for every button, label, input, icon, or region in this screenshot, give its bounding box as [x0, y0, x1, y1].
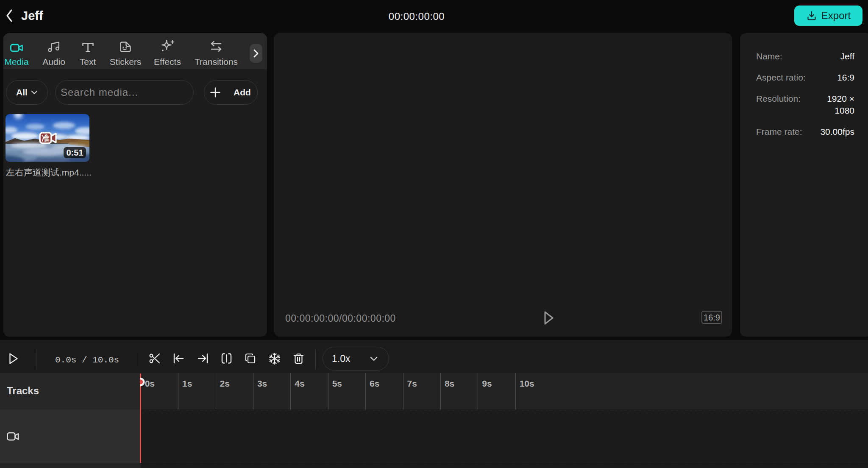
svg-text:准: 准 [42, 134, 50, 142]
